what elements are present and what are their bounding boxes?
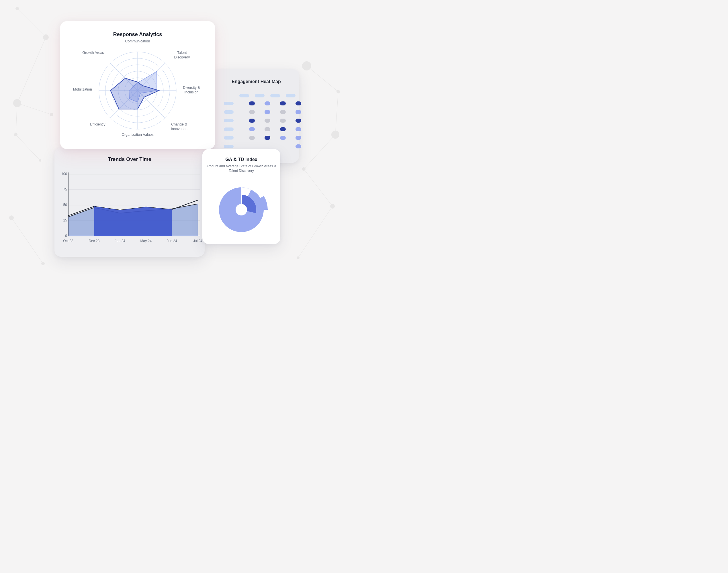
svg-point-14	[50, 113, 53, 116]
heat-cell	[295, 101, 301, 105]
heat-cell	[249, 144, 255, 148]
heat-cell	[264, 136, 270, 140]
response-analytics-card: Response Analytics Communication Talent …	[60, 21, 215, 149]
heat-map-title: Engagement Heat Map	[213, 79, 299, 84]
heat-col-header	[286, 94, 295, 97]
heat-row-header	[224, 136, 234, 140]
heat-cell	[295, 144, 301, 148]
heat-cell	[280, 101, 286, 105]
svg-line-3	[16, 103, 17, 135]
svg-point-12	[43, 34, 49, 40]
trends-y-tick: 100	[57, 172, 67, 176]
heat-cell	[280, 136, 286, 140]
svg-point-11	[15, 7, 19, 10]
svg-point-13	[13, 99, 21, 107]
heat-row	[224, 136, 301, 140]
svg-line-6	[307, 66, 338, 92]
heat-cell	[280, 119, 286, 123]
heat-row	[224, 119, 301, 123]
heat-row-header	[224, 119, 234, 122]
radar-axis-label: Communication	[120, 39, 155, 44]
heat-row-header	[224, 110, 234, 114]
heat-map-grid	[224, 94, 301, 153]
svg-line-2	[17, 103, 52, 115]
trends-y-tick: 75	[57, 188, 67, 191]
heat-cell	[249, 110, 255, 114]
heat-row-header	[224, 127, 234, 131]
heat-col-header	[270, 94, 280, 97]
heat-cell	[264, 144, 270, 148]
svg-point-18	[41, 262, 45, 265]
radar-axis-label: Efficiency	[85, 122, 111, 127]
heat-cell	[264, 119, 270, 123]
heat-cell	[264, 110, 270, 114]
heat-col-header	[255, 94, 264, 97]
svg-line-5	[11, 218, 43, 264]
trends-x-tick: May 24	[138, 239, 154, 243]
svg-line-8	[304, 135, 335, 169]
heat-cell	[295, 136, 301, 140]
heat-col-header	[239, 94, 249, 97]
heat-cell	[249, 136, 255, 140]
gatd-subtitle: Amount and Average State of Growth Areas…	[202, 164, 280, 173]
ga-td-index-card: GA & TD Index Amount and Average State o…	[202, 149, 280, 244]
heat-row-header	[224, 145, 234, 148]
svg-point-17	[9, 215, 14, 220]
svg-point-19	[302, 61, 311, 70]
svg-line-4	[16, 135, 40, 160]
radar-axis-label: Growth Areas	[80, 51, 106, 55]
heat-cell	[280, 110, 286, 114]
svg-point-20	[337, 90, 340, 93]
heat-row	[224, 101, 301, 105]
trends-y-tick: 25	[57, 218, 67, 222]
trends-x-tick: Jan 24	[112, 239, 128, 243]
heat-cell	[249, 101, 255, 105]
trends-over-time-card: Trends Over Time 1007550250 Oct 23Dec 23…	[54, 148, 205, 257]
radar-axis-label: Organization Values	[117, 133, 158, 137]
trends-x-tick: Dec 23	[86, 239, 102, 243]
heat-cell	[264, 127, 270, 131]
heat-cell	[249, 127, 255, 131]
trends-x-tick: Jun 24	[164, 239, 180, 243]
trends-y-tick: 50	[57, 203, 67, 207]
svg-line-1	[17, 37, 46, 103]
svg-line-0	[17, 9, 46, 37]
heat-cell	[280, 127, 286, 131]
heat-cell	[295, 127, 301, 131]
svg-point-16	[39, 159, 41, 162]
heat-row-header	[224, 102, 234, 105]
svg-point-15	[14, 133, 17, 137]
svg-point-49	[236, 204, 247, 215]
heat-cell	[249, 119, 255, 123]
radar-axis-label: Change & Innovation	[163, 122, 195, 131]
heat-cell	[295, 110, 301, 114]
heat-row	[224, 110, 301, 114]
gatd-title: GA & TD Index	[202, 157, 280, 162]
heat-cell	[264, 101, 270, 105]
radar-title: Response Analytics	[60, 32, 215, 38]
radar-axis-label: Mobilization	[68, 87, 97, 92]
trends-x-tick: Oct 23	[60, 239, 76, 243]
svg-point-23	[330, 204, 335, 209]
svg-point-24	[297, 256, 299, 259]
radar-axis-label: Diversity & Inclusion	[177, 86, 206, 95]
heat-cell	[295, 119, 301, 123]
heat-row	[224, 127, 301, 131]
heat-row	[224, 144, 301, 148]
svg-point-21	[331, 131, 339, 139]
trends-y-tick: 0	[57, 234, 67, 238]
trends-title: Trends Over Time	[54, 156, 205, 162]
heat-cell	[280, 144, 286, 148]
svg-line-7	[335, 92, 338, 135]
svg-line-10	[298, 206, 333, 258]
radar-axis-label: Talent Discovery	[169, 51, 195, 60]
gatd-plot	[202, 173, 280, 239]
trends-plot	[68, 170, 200, 241]
svg-point-22	[302, 167, 305, 171]
svg-line-9	[304, 169, 333, 206]
